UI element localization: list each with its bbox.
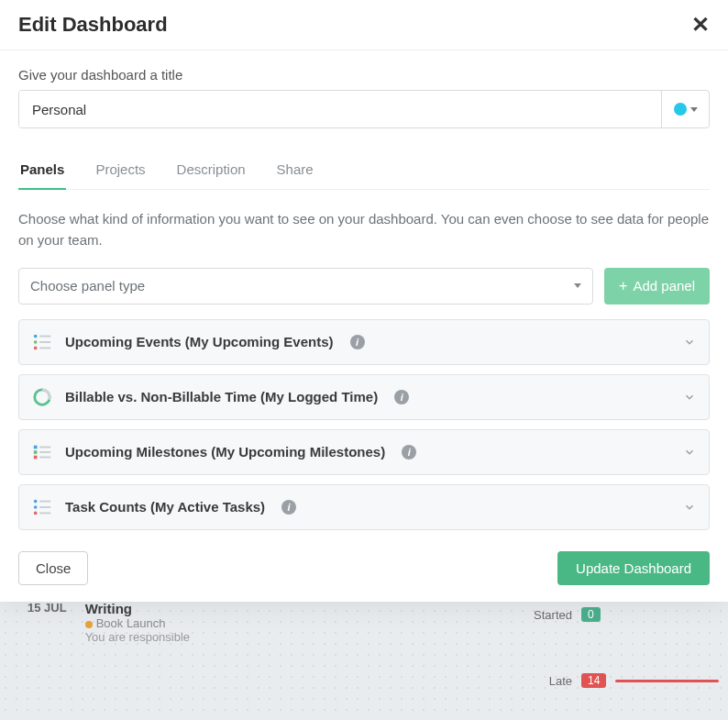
panel-title: Task Counts (My Active Tasks) xyxy=(65,499,265,515)
panel-title: Upcoming Milestones (My Upcoming Milesto… xyxy=(65,444,385,460)
title-field-label: Give your dashboard a title xyxy=(18,67,710,83)
modal-footer: Close Update Dashboard xyxy=(0,538,728,602)
svg-point-13 xyxy=(34,499,38,503)
svg-point-15 xyxy=(34,505,38,509)
color-picker-trigger[interactable] xyxy=(661,91,709,127)
svg-rect-5 xyxy=(39,347,50,349)
stat-bar-late xyxy=(615,680,719,682)
panel-list: Upcoming Events (My Upcoming Events) i B… xyxy=(18,319,710,530)
close-button[interactable]: Close xyxy=(18,551,88,585)
tab-share[interactable]: Share xyxy=(275,154,315,190)
chevron-down-icon xyxy=(574,283,581,288)
task-counts-icon xyxy=(32,497,52,517)
stat-badge-started: 0 xyxy=(581,607,601,622)
stat-label: Late xyxy=(526,674,572,688)
info-icon[interactable]: i xyxy=(402,445,416,460)
tabs-bar: Panels Projects Description Share xyxy=(18,154,710,190)
chevron-down-icon xyxy=(683,391,696,404)
info-icon[interactable]: i xyxy=(394,390,409,404)
svg-rect-16 xyxy=(39,506,50,508)
donut-chart-icon xyxy=(32,387,52,407)
info-icon[interactable]: i xyxy=(350,335,365,349)
title-input-group xyxy=(18,90,710,128)
plus-icon: + xyxy=(619,278,627,294)
panel-item-billable-time[interactable]: Billable vs. Non-Billable Time (My Logge… xyxy=(18,374,710,420)
stat-label: Started xyxy=(526,608,572,622)
edit-dashboard-modal: Edit Dashboard ✕ Give your dashboard a t… xyxy=(0,0,728,602)
svg-rect-12 xyxy=(39,456,50,458)
add-panel-label: Add panel xyxy=(633,278,695,294)
add-panel-button[interactable]: + Add panel xyxy=(604,268,710,305)
info-icon[interactable]: i xyxy=(281,500,296,515)
stat-row-late: Late 14 xyxy=(526,673,719,688)
svg-rect-7 xyxy=(34,445,38,449)
svg-rect-3 xyxy=(39,341,50,343)
tab-panels[interactable]: Panels xyxy=(18,154,66,190)
svg-rect-10 xyxy=(39,451,50,453)
chevron-down-icon xyxy=(690,107,698,112)
panel-add-row: Choose panel type + Add panel xyxy=(18,268,710,305)
panel-type-select[interactable]: Choose panel type xyxy=(18,268,593,305)
project-color-dot xyxy=(85,621,93,628)
event-subtext: You are responsible xyxy=(85,630,190,644)
svg-rect-14 xyxy=(39,500,50,502)
panel-item-upcoming-events[interactable]: Upcoming Events (My Upcoming Events) i xyxy=(18,319,710,365)
svg-point-0 xyxy=(34,334,38,338)
event-title: Writing xyxy=(85,601,190,616)
svg-point-2 xyxy=(34,340,38,344)
panel-item-task-counts[interactable]: Task Counts (My Active Tasks) i xyxy=(18,484,710,530)
background-stats: Started 0 Late 14 xyxy=(526,607,719,720)
list-icon xyxy=(32,332,52,352)
chevron-down-icon xyxy=(683,501,696,514)
close-icon[interactable]: ✕ xyxy=(691,14,710,36)
modal-title: Edit Dashboard xyxy=(18,13,168,37)
color-dot-icon xyxy=(674,103,687,116)
panel-title: Upcoming Events (My Upcoming Events) xyxy=(65,334,334,349)
dashboard-title-input[interactable] xyxy=(19,91,661,127)
panel-item-upcoming-milestones[interactable]: Upcoming Milestones (My Upcoming Milesto… xyxy=(18,429,710,475)
milestone-list-icon xyxy=(32,442,52,462)
event-project: Book Launch xyxy=(85,616,190,630)
panel-title: Billable vs. Non-Billable Time (My Logge… xyxy=(65,389,378,404)
svg-rect-9 xyxy=(34,450,38,454)
stat-row-started: Started 0 xyxy=(526,607,719,622)
modal-header: Edit Dashboard ✕ xyxy=(0,0,728,50)
background-event-card: 15 JUL Writing Book Launch You are respo… xyxy=(28,601,486,644)
tab-description[interactable]: Description xyxy=(175,154,248,190)
panels-tab-description: Choose what kind of information you want… xyxy=(18,208,710,251)
svg-rect-11 xyxy=(34,455,38,459)
panel-type-placeholder: Choose panel type xyxy=(30,278,145,294)
event-date: 15 JUL xyxy=(28,601,67,644)
chevron-down-icon xyxy=(683,336,696,349)
svg-point-17 xyxy=(34,511,38,515)
tab-projects[interactable]: Projects xyxy=(94,154,147,190)
svg-rect-1 xyxy=(39,335,50,337)
stat-badge-late: 14 xyxy=(581,673,606,688)
svg-point-4 xyxy=(34,346,38,349)
chevron-down-icon xyxy=(683,446,696,459)
svg-rect-18 xyxy=(39,512,50,514)
modal-body: Give your dashboard a title Panels Proje… xyxy=(0,50,728,538)
update-dashboard-button[interactable]: Update Dashboard xyxy=(557,551,710,585)
svg-rect-8 xyxy=(39,446,50,448)
